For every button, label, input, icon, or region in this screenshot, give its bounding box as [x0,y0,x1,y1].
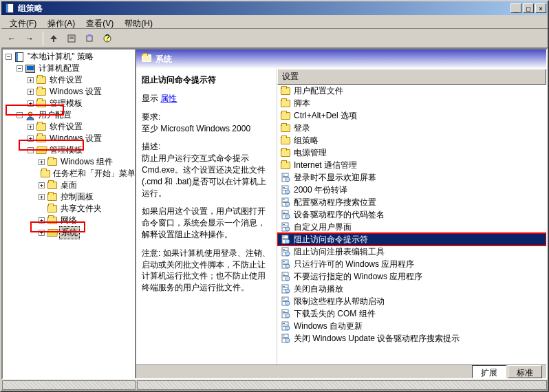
help-button[interactable]: ? [100,31,115,46]
setting-icon [280,296,291,307]
tree-software-settings[interactable]: +软件设置 [28,74,133,86]
list-item[interactable]: 设备驱动程序的代码签名 [277,208,546,221]
minimize-button[interactable]: _ [510,3,521,13]
properties-button[interactable] [64,31,79,46]
menu-action[interactable]: 操作(A) [42,17,80,27]
svg-rect-3 [87,36,92,41]
folder-icon [280,147,291,158]
header-bar: 系统 [136,50,546,69]
list-item[interactable]: 自定义用户界面 [277,221,546,233]
svg-rect-69 [283,325,288,325]
tree-pane[interactable]: −"本地计算机" 策略 −计算机配置 +软件设置 +Windows 设置 +管理… [3,50,136,378]
list-item[interactable]: Windows 自动更新 [277,320,546,332]
svg-point-6 [28,112,32,116]
list-item[interactable]: 关闭自动播放 [277,283,546,295]
tree-root[interactable]: −"本地计算机" 策略 −计算机配置 +软件设置 +Windows 设置 +管理… [6,51,133,239]
titlebar[interactable]: 组策略 _ □ × [1,1,548,15]
list-item[interactable]: 用户配置文件 [277,85,546,97]
svg-rect-23 [283,212,285,213]
properties-link[interactable]: 属性 [160,94,177,103]
list-item[interactable]: 限制这些程序从帮助启动 [277,295,546,307]
desc-p2: 如果启用这个设置，用户试图打开命令窗口，系统会显示一个消息，解释设置阻止这种操作… [142,206,271,240]
folder-open-icon [47,228,58,238]
list-item-label: 脚本 [294,98,310,109]
list-item[interactable]: Ctrl+Alt+Del 选项 [277,109,546,122]
setting-icon [280,184,291,195]
folder-icon [280,98,291,109]
tree-windows-components[interactable]: +Windows 组件 [39,156,133,168]
list-item-label: 组策略 [294,135,319,146]
list-item[interactable]: 电源管理 [277,146,546,159]
separator [43,32,43,45]
svg-rect-39 [283,250,288,251]
list-item[interactable]: 登录 [277,122,546,134]
tree-software-settings-u[interactable]: +软件设置 [28,121,133,133]
list-item[interactable]: 关闭 Windows Update 设备驱动程序搜索提示 [277,332,546,345]
setting-icon [280,209,291,220]
list-item[interactable]: 只运行许可的 Windows 应用程序 [277,258,546,270]
tree-taskbar[interactable]: 任务栏和「开始」菜单 [39,168,133,179]
tree-user-config[interactable]: −用户配置 +软件设置 +Windows 设置 −管理模板 +Windows 组… [17,109,133,239]
list-item-selected[interactable]: 阻止访问命令提示符 [277,233,546,246]
svg-rect-68 [283,323,285,324]
list-item-label: 关闭自动播放 [294,283,343,294]
tab-standard[interactable]: 标准 [508,365,542,378]
tree-windows-settings[interactable]: +Windows 设置 [28,86,133,98]
list-item[interactable]: 组策略 [277,134,546,146]
tab-extended[interactable]: 扩展 [472,365,506,378]
folder-icon [142,54,151,64]
req-value: 至少 Microsoft Windows 2000 [142,123,271,135]
detail-hscrollbar[interactable] [137,380,547,390]
folder-icon [36,122,47,132]
tree-windows-settings-u[interactable]: +Windows 设置 [28,133,133,144]
list-item[interactable]: 配置驱动程序搜索位置 [277,196,546,208]
tree-computer-config[interactable]: −计算机配置 +软件设置 +Windows 设置 +管理模板 [17,63,133,109]
list-item[interactable]: 脚本 [277,97,546,109]
tree-admin-templates-u[interactable]: −管理模板 +Windows 组件 任务栏和「开始」菜单 +桌面 +控制面板 共… [28,144,133,239]
toolbar: ← → ? [1,29,548,48]
maximize-button[interactable]: □ [523,3,534,13]
setting-icon [280,197,291,208]
menu-help[interactable]: 帮助(H) [119,17,158,27]
req-label: 要求: [142,111,271,123]
policy-tree[interactable]: −"本地计算机" 策略 −计算机配置 +软件设置 +Windows 设置 +管理… [4,51,133,239]
close-button[interactable]: × [535,3,546,13]
svg-point-66 [286,314,290,318]
svg-rect-74 [283,337,288,338]
list-item[interactable]: 下载丢失的 COM 组件 [277,307,546,320]
tree-desktop[interactable]: +桌面 [39,179,133,191]
folder-open-icon [36,146,47,155]
setting-icon [280,283,291,294]
folder-icon [47,157,58,167]
window-title: 组策略 [18,3,509,14]
list-item[interactable]: 2000 年份转译 [277,184,546,196]
svg-rect-24 [283,213,288,214]
svg-rect-49 [283,275,288,276]
folder-icon [280,110,291,121]
settings-list-pane[interactable]: 设置 用户配置文件脚本Ctrl+Alt+Del 选项登录组策略电源管理Inter… [277,69,546,364]
tree-admin-templates[interactable]: +管理模板 [28,98,133,109]
list-item[interactable]: 不要运行指定的 Windows 应用程序 [277,270,546,283]
list-item[interactable]: 阻止访问注册表编辑工具 [277,246,546,258]
menu-view[interactable]: 查看(V) [80,17,119,27]
forward-button[interactable]: → [22,31,37,46]
folder-icon [36,87,47,97]
tree-system[interactable]: +系统 [39,226,133,239]
svg-point-31 [286,227,290,231]
setting-icon [280,259,291,270]
menu-file[interactable]: 文件(F) [4,17,42,27]
desc-p1: 防止用户运行交互式命令提示 Cmd.exe。这个设置还决定批文件 (.cmd 和… [142,153,271,199]
tree-shared-folders[interactable]: 共享文件夹 [39,203,133,215]
svg-point-76 [286,338,290,342]
svg-rect-38 [283,249,285,250]
back-button[interactable]: ← [4,31,19,46]
tree-hscrollbar[interactable] [2,380,136,390]
tree-network[interactable]: +网络 [39,215,133,226]
list-item[interactable]: 登录时不显示欢迎屏幕 [277,171,546,184]
export-button[interactable] [82,31,97,46]
column-header-settings[interactable]: 设置 [277,69,546,85]
list-item[interactable]: Internet 通信管理 [277,159,546,171]
tree-control-panel[interactable]: +控制面板 [39,191,133,203]
up-button[interactable] [46,31,61,46]
svg-rect-28 [283,224,285,225]
